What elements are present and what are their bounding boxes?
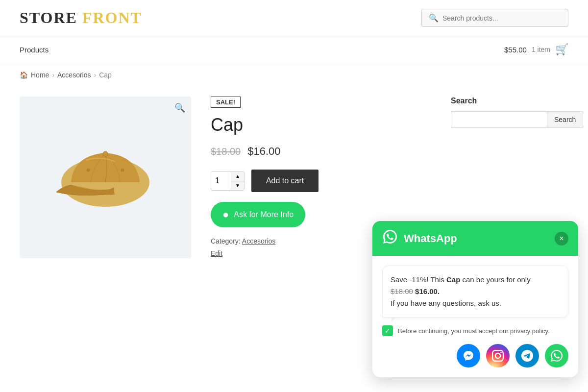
svg-point-3 [87,169,90,172]
whatsapp-popup-body: Save -11%! This Cap can be yours for onl… [372,256,578,268]
quantity-down-button[interactable]: ▼ [231,181,244,190]
breadcrumb: 🏠 Home › Accesorios › Cap [0,63,588,87]
logo: STORE FRONT [20,9,142,27]
logo-store-text: STORE [20,9,77,26]
whatsapp-message-bubble: Save -11%! This Cap can be yours for onl… [382,266,568,268]
sidebar-search-input[interactable] [451,111,547,128]
logo-front-text: FRONT [82,9,142,26]
sidebar-search-button[interactable]: Search [547,111,583,128]
product-image-container: 🔍 [20,97,191,258]
zoom-icon[interactable]: 🔍 [174,102,185,113]
cart-info: $55.00 1 item 🛒 [504,43,568,56]
svg-point-1 [103,151,108,156]
cart-icon[interactable]: 🛒 [555,43,568,56]
product-section: 🔍 [20,97,431,258]
product-image [47,128,164,226]
breadcrumb-category-link[interactable]: Accesorios [57,71,91,79]
navbar: Products $55.00 1 item 🛒 [0,36,588,63]
current-price: $16.00 [247,145,280,158]
sidebar-search-row: Search [451,111,568,128]
whatsapp-ask-icon: ● [222,208,229,221]
whatsapp-popup-title: WhatsApp [404,232,457,245]
header: STORE FRONT 🔍 [0,0,588,36]
search-icon: 🔍 [429,13,439,23]
svg-point-2 [121,169,124,172]
quantity-field[interactable]: 1 [211,172,231,190]
whatsapp-close-button[interactable]: × [555,232,568,245]
cart-total: $55.00 [504,46,527,54]
original-price: $18.00 [211,146,241,157]
category-link[interactable]: Accesorios [242,237,275,245]
add-to-cart-button[interactable]: Add to cart [251,170,318,192]
quantity-up-button[interactable]: ▲ [231,172,244,181]
price-section: $18.00 $16.00 [211,145,431,158]
quantity-stepper[interactable]: 1 ▲ ▼ [211,171,245,191]
category-label: Category: [211,237,241,245]
whatsapp-popup: WhatsApp × Save -11%! This Cap can be yo… [372,221,578,268]
breadcrumb-current: Cap [99,71,112,79]
whatsapp-popup-header: WhatsApp × [372,221,578,256]
whatsapp-header-left: WhatsApp [382,229,457,248]
products-nav-item[interactable]: Products [20,46,49,54]
home-icon: 🏠 [20,71,28,79]
edit-link[interactable]: Edit [211,249,222,257]
breadcrumb-home-link[interactable]: Home [31,71,49,79]
add-to-cart-row: 1 ▲ ▼ Add to cart [211,170,431,192]
header-search-input[interactable] [442,14,561,22]
whatsapp-logo-icon [382,229,398,248]
header-search-bar[interactable]: 🔍 [421,9,568,27]
sidebar-search-label: Search [451,97,568,105]
cart-item-count: 1 item [532,46,550,53]
sale-badge: SALE! [211,97,241,108]
ask-info-button[interactable]: ● Ask for More Info [211,202,305,227]
ask-info-label: Ask for More Info [234,210,294,219]
product-title: Cap [211,115,431,135]
